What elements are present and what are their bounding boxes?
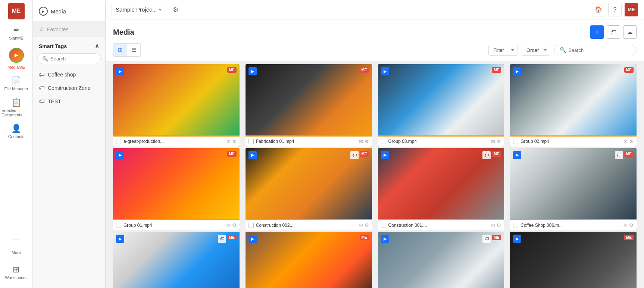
settings-action-icon[interactable]: ⚙ [365,139,369,144]
media-thumbnail-5: ▶ ME [113,148,240,219]
help-icon: ? [613,6,617,13]
tag-coffee-shop[interactable]: 🏷 Coffee shop [33,68,105,81]
tag-construction-zone[interactable]: 🏷 Construction Zone [33,81,105,95]
contacts-label: Contacts [8,134,24,139]
card-footer-8: Coffee Shop 006.m... ✉ ⚙ [510,219,637,230]
media-card-12[interactable]: ▶ ME [510,232,637,288]
card-name-3: Group 03.mp4 [388,139,489,144]
card-checkbox-8[interactable] [513,223,518,228]
mediame-label: MediaME [7,65,25,69]
sidebar-item-emaileddocs[interactable]: 📋 Emailed Documents [0,95,32,121]
card-actions-2: ✉ ⚙ [359,139,369,144]
tag-action-button[interactable]: 🏷 [607,25,620,39]
card-footer-4: Group 02.mp4 ✉ ⚙ [510,135,637,147]
settings-action-icon[interactable]: ⚙ [629,139,634,144]
video-badge: ▶ [381,67,389,75]
card-checkbox-7[interactable] [381,223,386,228]
card-checkbox-2[interactable] [248,139,254,144]
email-action-icon[interactable]: ✉ [359,222,363,228]
media-card-10[interactable]: ▶ ME [246,232,372,288]
add-media-button[interactable]: + [590,25,604,39]
main-area: Sample Projec... ▾ ⚙ 🏠 ? ME Media + 🏷 ☁ [106,0,644,288]
media-thumbnail-2: ▶ ME [246,64,372,135]
media-card-4[interactable]: ▶ ME Group 02.mp4 ✉ ⚙ [510,64,637,147]
media-card-11[interactable]: ▶ 🏷 ME [378,232,504,288]
project-selector[interactable]: Sample Projec... ▾ [112,4,165,15]
media-search-bar[interactable]: 🔍 [554,45,637,55]
card-checkbox-5[interactable] [116,223,121,228]
sidebar-media-label: Media [51,8,66,15]
settings-action-icon[interactable]: ⚙ [365,222,369,228]
card-footer-2: Fabrication 01.mp4 ✉ ⚙ [246,135,372,147]
media-card-5[interactable]: ▶ ME Group 01.mp4 ✉ ⚙ [113,148,240,231]
list-view-button[interactable]: ☰ [127,44,140,56]
nav-rail: ME ✒ SignME ▶ MediaME 📄 File Manager 📋 E… [0,0,33,288]
tags-search-input[interactable] [50,56,96,62]
card-actions-1: ✉ ⚙ [226,139,237,144]
settings-button[interactable]: ⚙ [170,4,182,16]
order-dropdown[interactable]: Order Name Date Size [522,45,550,56]
nav-bottom: ··· More ⊞ Workspaces [3,233,29,288]
sidebar-panel: ▶ Media ☆ Favorites Smart Tags ∧ 🔍 🏷 Cof… [33,0,106,288]
email-action-icon[interactable]: ✉ [623,222,628,228]
nav-more-button[interactable]: ··· [13,233,19,247]
tag-icon: 🏷 [39,71,45,78]
media-card-6[interactable]: ▶ 🏷 ME Construction 002.... ✉ ⚙ [246,148,372,231]
workspaces-label: Workspaces [5,275,27,280]
user-avatar[interactable]: ME [625,3,638,16]
card-name-2: Fabrication 01.mp4 [256,139,357,144]
settings-action-icon[interactable]: ⚙ [497,222,501,228]
sidebar-item-signme[interactable]: ✒ SignME [0,22,32,44]
settings-action-icon[interactable]: ⚙ [232,222,237,228]
tag-test[interactable]: 🏷 TEST [33,95,105,108]
email-action-icon[interactable]: ✉ [491,139,495,144]
favorites-row[interactable]: ☆ Favorites [33,21,105,37]
sidebar-media-header[interactable]: ▶ Media [33,0,105,21]
card-checkbox-3[interactable] [381,139,386,144]
card-checkbox-4[interactable] [513,139,518,144]
card-footer-3: Group 03.mp4 ✉ ⚙ [378,135,504,147]
media-card-2[interactable]: ▶ ME Fabrication 01.mp4 ✉ ⚙ [246,64,372,147]
settings-action-icon[interactable]: ⚙ [497,139,501,144]
email-action-icon[interactable]: ✉ [226,222,231,228]
sidebar-item-contacts[interactable]: 👤 Contacts [0,121,32,143]
sidebar-item-mediame[interactable]: ▶ MediaME [0,44,32,73]
tags-search-bar[interactable]: 🔍 [37,53,101,64]
filter-dropdown[interactable]: Filter All Video Image [488,45,518,56]
tag-badge: 🏷 [615,151,623,159]
settings-action-icon[interactable]: ⚙ [629,222,634,228]
chevron-up-icon[interactable]: ∧ [95,43,99,50]
email-action-icon[interactable]: ✉ [226,139,231,144]
media-card-9[interactable]: ▶ 🏷 ME [113,232,240,288]
home-button[interactable]: 🏠 [592,3,605,16]
sidebar-item-filemanager[interactable]: 📄 File Manager [0,73,32,95]
media-search-input[interactable] [568,47,631,53]
clipboard-icon: 📋 [11,98,21,107]
email-action-icon[interactable]: ✉ [491,222,495,228]
media-thumbnail-12: ▶ ME [510,232,637,288]
video-badge: ▶ [248,67,257,75]
tag-coffee-shop-label: Coffee shop [48,72,76,78]
media-card-8[interactable]: ▶ 🏷 ME Coffee Shop 006.m... ✉ ⚙ [510,148,637,231]
help-button[interactable]: ? [608,3,622,16]
email-action-icon[interactable]: ✉ [359,139,363,144]
media-card-1[interactable]: ▶ ME a-great-production... ✉ ⚙ [113,64,240,147]
media-thumbnail-10: ▶ ME [246,232,372,288]
settings-action-icon[interactable]: ⚙ [232,139,237,144]
cloud-button[interactable]: ☁ [623,25,637,39]
media-card-7[interactable]: ▶ 🏷 ME Construction 001.... ✉ ⚙ [378,148,504,231]
more-label: More [12,250,21,255]
grid-view-button[interactable]: ⊞ [113,44,127,56]
toolbar: ⊞ ☰ Filter All Video Image Order Name Da… [106,43,644,61]
nav-more-label[interactable]: More [3,247,29,259]
app-logo[interactable]: ME [8,3,25,19]
card-checkbox-6[interactable] [248,223,254,228]
email-action-icon[interactable]: ✉ [623,139,628,144]
tag-outline-icon: 🏷 [610,29,616,35]
media-thumbnail-6: ▶ 🏷 ME [246,148,372,219]
card-checkbox-1[interactable] [116,139,121,144]
smart-tags-header: Smart Tags ∧ [33,37,105,53]
sidebar-item-workspaces[interactable]: ⊞ Workspaces [3,262,29,284]
media-grid: ▶ ME a-great-production... ✉ ⚙ ▶ ME [106,61,644,288]
media-card-3[interactable]: ▶ ME Group 03.mp4 ✉ ⚙ [378,64,504,147]
